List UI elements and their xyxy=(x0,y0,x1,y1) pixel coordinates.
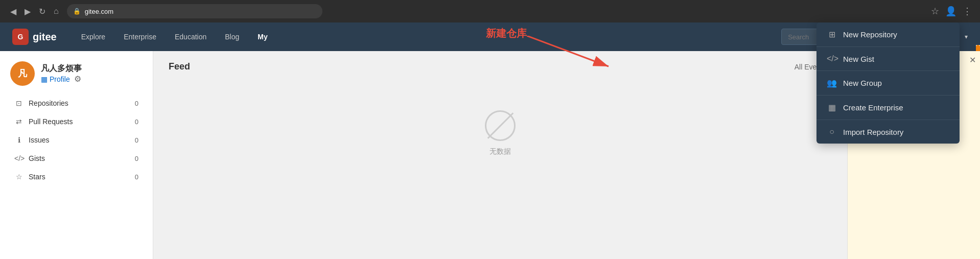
issues-count: 0 xyxy=(135,136,138,144)
nav-education[interactable]: Education xyxy=(167,29,215,45)
browser-chrome: ◀ ▶ ↻ ⌂ 🔒 gitee.com ☆ 👤 ⋮ xyxy=(0,0,980,22)
repositories-label: Repositories xyxy=(29,99,130,107)
browser-actions: ☆ 👤 ⋮ xyxy=(931,6,972,17)
pull-requests-count: 0 xyxy=(135,118,138,126)
user-avatar: 凡 xyxy=(10,61,35,86)
profile-icon: ▦ xyxy=(41,75,48,83)
refresh-button[interactable]: ↻ xyxy=(37,5,48,18)
nav-explore[interactable]: Explore xyxy=(73,29,113,45)
gists-count: 0 xyxy=(135,155,138,162)
pull-requests-label: Pull Requests xyxy=(29,117,130,126)
star-icon[interactable]: ☆ xyxy=(931,6,939,17)
feed-title: Feed xyxy=(169,61,190,72)
stars-icon: ☆ xyxy=(14,173,24,181)
profile-label: Profile xyxy=(50,75,70,83)
lock-icon: 🔒 xyxy=(73,8,81,15)
sidebar-item-stars[interactable]: ☆ Stars 0 xyxy=(10,168,143,186)
empty-state: 无数据 xyxy=(169,82,832,184)
create-enterprise-icon: ▦ xyxy=(827,103,837,112)
stars-count: 0 xyxy=(135,173,138,181)
create-enterprise-label: Create Enterprise xyxy=(843,103,903,112)
gitee-logo[interactable]: G gitee xyxy=(12,29,57,45)
no-data-text: 无数据 xyxy=(489,147,511,156)
annotation-text: 新建仓库 xyxy=(486,27,527,40)
sidebar-item-repositories[interactable]: ⊡ Repositories 0 xyxy=(10,94,143,112)
new-group-icon: 👥 xyxy=(827,78,837,88)
forward-button[interactable]: ▶ xyxy=(22,5,33,18)
more-icon[interactable]: ⋮ xyxy=(963,6,972,17)
sidebar-item-gists[interactable]: </> Gists 0 xyxy=(10,149,143,168)
sidebar-item-pull-requests[interactable]: ⇄ Pull Requests 0 xyxy=(10,112,143,131)
dropdown-create-enterprise[interactable]: ▦ Create Enterprise xyxy=(816,96,960,120)
issues-label: Issues xyxy=(29,136,130,144)
dropdown-new-repository[interactable]: ⊞ New Repository xyxy=(816,22,960,47)
gists-label: Gists xyxy=(29,154,130,162)
avatar-chevron: ▾ xyxy=(965,33,968,40)
account-icon[interactable]: 👤 xyxy=(945,6,956,17)
address-bar[interactable]: 🔒 gitee.com xyxy=(67,4,322,18)
user-section: 凡 凡人多烦事 ▦ Profile ⚙ xyxy=(10,61,143,86)
nav-enterprise[interactable]: Enterprise xyxy=(115,29,165,45)
new-group-label: New Group xyxy=(843,79,882,87)
feed-area: Feed All Events ▾ 无数据 xyxy=(153,51,847,259)
dropdown-import-repository[interactable]: ○ Import Repository xyxy=(816,120,960,144)
import-repository-icon: ○ xyxy=(827,127,837,136)
stars-label: Stars xyxy=(29,173,130,181)
no-data-icon xyxy=(485,110,516,141)
new-repository-label: New Repository xyxy=(843,30,897,39)
right-panel-close-button[interactable]: ✕ xyxy=(969,55,976,65)
gists-icon: </> xyxy=(14,154,24,162)
user-links: ▦ Profile ⚙ xyxy=(41,74,82,84)
import-repository-label: Import Repository xyxy=(843,128,903,136)
new-repository-icon: ⊞ xyxy=(827,30,837,39)
new-gist-label: New Gist xyxy=(843,55,874,63)
header-nav: Explore Enterprise Education Blog My xyxy=(73,29,276,45)
sidebar: 凡 凡人多烦事 ▦ Profile ⚙ ⊡ Repositories 0 ⇄ xyxy=(0,51,153,259)
annotation-container: 新建仓库 xyxy=(486,27,527,40)
nav-my[interactable]: My xyxy=(249,29,275,45)
sidebar-nav: ⊡ Repositories 0 ⇄ Pull Requests 0 ℹ Iss… xyxy=(10,94,143,186)
dropdown-menu: ⊞ New Repository </> New Gist 👥 New Grou… xyxy=(816,22,960,144)
feed-header: Feed All Events ▾ xyxy=(169,61,832,72)
dropdown-new-group[interactable]: 👥 New Group xyxy=(816,71,960,96)
browser-nav-buttons: ◀ ▶ ↻ ⌂ xyxy=(8,5,61,18)
url-text: gitee.com xyxy=(85,8,113,15)
dropdown-new-gist[interactable]: </> New Gist xyxy=(816,47,960,71)
back-button[interactable]: ◀ xyxy=(8,5,18,18)
home-button[interactable]: ⌂ xyxy=(52,5,61,18)
pull-requests-icon: ⇄ xyxy=(14,117,24,126)
nav-blog[interactable]: Blog xyxy=(217,29,247,45)
sidebar-item-issues[interactable]: ℹ Issues 0 xyxy=(10,131,143,149)
settings-icon[interactable]: ⚙ xyxy=(74,74,81,84)
profile-link[interactable]: ▦ Profile xyxy=(41,75,70,83)
user-display-name: 凡人多烦事 xyxy=(41,63,82,74)
new-gist-icon: </> xyxy=(827,54,837,63)
logo-icon: G xyxy=(12,29,29,45)
repositories-count: 0 xyxy=(135,100,138,107)
logo-text: gitee xyxy=(33,31,57,43)
repositories-icon: ⊡ xyxy=(14,99,24,107)
no-data-slash xyxy=(487,112,514,139)
issues-icon: ℹ xyxy=(14,136,24,144)
